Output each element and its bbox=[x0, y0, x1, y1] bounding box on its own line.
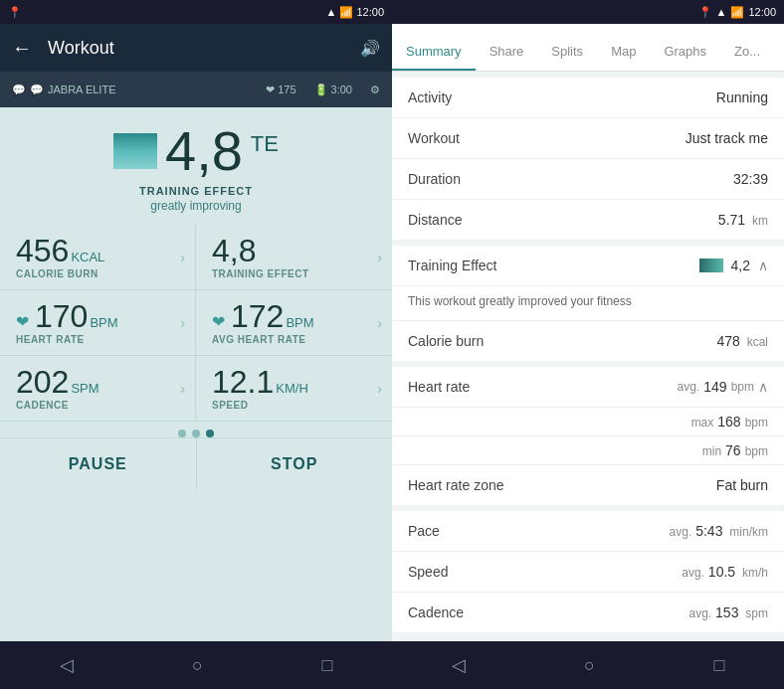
stat-label: TRAINING EFFECT bbox=[212, 268, 309, 279]
hr-min-label: min bbox=[702, 444, 721, 458]
tab-summary[interactable]: Summary bbox=[392, 44, 476, 71]
right-recent-nav-icon[interactable]: □ bbox=[713, 655, 724, 676]
te-expand-label: Training Effect bbox=[408, 258, 699, 273]
stat-unit: KM/H bbox=[276, 381, 308, 396]
heart-icon-small: ❤ bbox=[16, 312, 29, 331]
te-expand-right: 4,2 ∧ bbox=[699, 258, 768, 273]
page-title: Workout bbox=[48, 38, 360, 59]
te-expand-val: 4,2 bbox=[731, 258, 750, 273]
speed-value: avg. 10.5 km/h bbox=[682, 564, 768, 580]
hr-avg-unit: bpm bbox=[731, 380, 754, 394]
hr-min-value: 76 bbox=[725, 442, 741, 458]
heart-rate-bar: ❤ 175 bbox=[266, 84, 295, 96]
back-button[interactable]: ← bbox=[12, 37, 32, 60]
status-icons: ▲ 📶 12:00 bbox=[326, 6, 384, 19]
hr-zone-value: Fat burn bbox=[716, 477, 768, 493]
hr-expand-row: Heart rate avg. 149 bpm ∧ bbox=[392, 367, 784, 408]
stat-arrow-icon[interactable]: › bbox=[180, 250, 185, 265]
right-nav-bar: ◁ ○ □ bbox=[392, 641, 784, 689]
stat-cell[interactable]: 202SPMCADENCE› bbox=[0, 356, 196, 422]
stat-cell[interactable]: 456KCALCALORIE BURN› bbox=[0, 225, 196, 290]
stat-label: CALORIE BURN bbox=[16, 268, 104, 279]
hr-chevron-up-icon[interactable]: ∧ bbox=[758, 379, 768, 395]
summary-card-pace: Pace avg. 5:43 min/km Speed avg. 10.5 km… bbox=[392, 511, 784, 632]
left-status-bar: 📍 ▲ 📶 12:00 bbox=[0, 0, 392, 24]
duration-value: 32:39 bbox=[733, 171, 768, 187]
stat-unit: BPM bbox=[90, 315, 117, 330]
settings-icon[interactable]: ⚙ bbox=[370, 84, 380, 96]
te-suffix: TE bbox=[251, 131, 279, 157]
pace-value: avg. 5:43 min/km bbox=[670, 523, 768, 539]
tab-zo[interactable]: Zo... bbox=[720, 44, 774, 71]
pace-label: Pace bbox=[408, 523, 670, 539]
hr-avg-value: 149 bbox=[703, 379, 726, 395]
summary-content[interactable]: Activity Running Workout Just track me D… bbox=[392, 72, 784, 641]
pause-button[interactable]: PAUSE bbox=[0, 438, 197, 490]
stop-button[interactable]: STOP bbox=[197, 438, 393, 490]
hr-zone-row: Heart rate zone Fat burn bbox=[392, 465, 784, 505]
home-nav-icon[interactable]: ○ bbox=[192, 655, 203, 676]
device-name: JABRA ELITE bbox=[48, 84, 115, 95]
hr-section-right: avg. 149 bpm ∧ bbox=[678, 379, 768, 395]
recent-nav-icon[interactable]: □ bbox=[321, 655, 332, 676]
summary-card-activity: Activity Running Workout Just track me D… bbox=[392, 78, 784, 240]
heart-icon-bar: ❤ bbox=[266, 84, 275, 96]
stat-cell[interactable]: 12.1KM/HSPEED› bbox=[196, 356, 392, 422]
tab-splits[interactable]: Splits bbox=[537, 44, 597, 71]
chat-icon-1: 💬 bbox=[12, 84, 26, 96]
dot-3-active bbox=[206, 430, 214, 437]
stat-label: AVG HEART RATE bbox=[212, 334, 314, 345]
hr-section-label: Heart rate bbox=[408, 379, 678, 395]
right-status-bar: 📍 ▲ 📶 12:00 bbox=[392, 0, 784, 24]
calorie-burn-row: Calorie burn 478 kcal bbox=[392, 321, 784, 361]
back-nav-icon[interactable]: ◁ bbox=[60, 654, 74, 676]
stat-arrow-icon[interactable]: › bbox=[180, 381, 185, 397]
speed-label: Speed bbox=[408, 564, 682, 580]
dot-1 bbox=[178, 430, 186, 437]
stat-cell[interactable]: ❤170BPMHEART RATE› bbox=[0, 290, 196, 356]
summary-card-heartrate: Heart rate avg. 149 bpm ∧ max 168 bpm bbox=[392, 367, 784, 505]
tab-share[interactable]: Share bbox=[476, 44, 538, 71]
right-location-icon: 📍 bbox=[698, 6, 712, 19]
duration-label: Duration bbox=[408, 171, 733, 187]
right-back-nav-icon[interactable]: ◁ bbox=[452, 654, 466, 676]
action-buttons: PAUSE STOP bbox=[0, 437, 392, 490]
dot-2 bbox=[192, 430, 200, 437]
calorie-burn-label: Calorie burn bbox=[408, 333, 716, 349]
stat-cell[interactable]: ❤172BPMAVG HEART RATE› bbox=[196, 290, 392, 356]
location-icon: 📍 bbox=[8, 6, 22, 19]
right-status-time: 12:00 bbox=[748, 6, 776, 18]
stat-cell[interactable]: 4,8TRAINING EFFECT› bbox=[196, 225, 392, 290]
stat-big-value: 12.1 bbox=[212, 366, 274, 398]
te-color-block bbox=[113, 133, 157, 169]
heart-value: 175 bbox=[278, 84, 295, 95]
status-time: 12:00 bbox=[356, 6, 384, 18]
stat-unit: KCAL bbox=[71, 250, 104, 264]
activity-value: Running bbox=[716, 89, 768, 105]
tab-map[interactable]: Map bbox=[597, 44, 650, 71]
stat-arrow-icon[interactable]: › bbox=[180, 315, 185, 331]
tab-graphs[interactable]: Graphs bbox=[650, 44, 720, 71]
status-bar-left: 📍 bbox=[8, 6, 322, 19]
heart-icon-small: ❤ bbox=[212, 312, 225, 331]
stat-arrow-icon[interactable]: › bbox=[377, 250, 382, 265]
right-home-nav-icon[interactable]: ○ bbox=[584, 655, 595, 676]
battery-value: 3:00 bbox=[331, 84, 352, 95]
stat-label: CADENCE bbox=[16, 400, 99, 411]
speaker-icon[interactable]: 🔊 bbox=[360, 39, 380, 58]
stat-arrow-icon[interactable]: › bbox=[377, 381, 382, 397]
hr-zone-label: Heart rate zone bbox=[408, 477, 716, 493]
battery-bar: 🔋 3:00 bbox=[314, 84, 352, 96]
right-wifi-icon: 📶 bbox=[730, 6, 744, 19]
pace-row: Pace avg. 5:43 min/km bbox=[392, 511, 784, 552]
main-content: 4,8 TE TRAINING EFFECT greatly improving… bbox=[0, 107, 392, 641]
stat-unit: BPM bbox=[286, 315, 313, 330]
activity-row: Activity Running bbox=[392, 78, 784, 118]
chevron-up-icon[interactable]: ∧ bbox=[758, 258, 768, 273]
cadence-value: avg. 153 spm bbox=[689, 604, 769, 620]
training-label: TRAINING EFFECT bbox=[139, 185, 253, 197]
hr-min-unit: bpm bbox=[745, 444, 768, 458]
te-mini-block bbox=[699, 258, 723, 272]
stat-arrow-icon[interactable]: › bbox=[377, 315, 382, 331]
distance-row: Distance 5.71 km bbox=[392, 200, 784, 240]
